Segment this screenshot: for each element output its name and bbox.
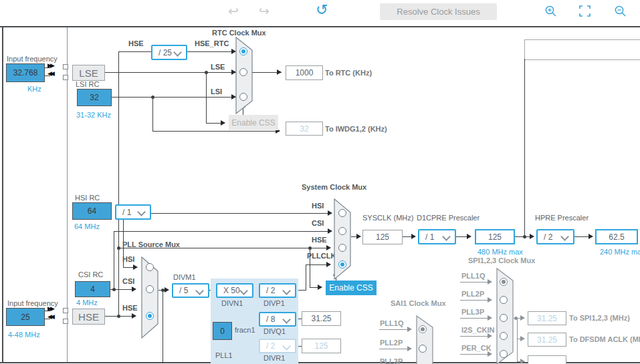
divr1-label: DIVR1 [263,354,285,362]
wire-spi-out-v [517,318,518,362]
divq1-output-value: 31.25 [302,311,341,326]
arrowhead [520,359,525,364]
chevron-down-icon [195,287,204,295]
arrowhead [467,234,471,239]
sysclk-label: SYSCLK (MHz) [362,214,413,222]
spi-mux-radio-pll1q[interactable] [500,278,508,286]
connector-pin [63,319,68,324]
sys-enable-css-button[interactable]: Enable CSS [326,281,377,295]
spi-mux-radio-pll3p[interactable] [500,314,508,322]
arrowhead [132,313,136,319]
divr1-output-value: 125 [302,339,341,353]
arrowhead [326,262,331,267]
fracn1-field[interactable]: 0 [213,322,232,340]
arrowhead [221,120,225,126]
spi-per-ck-label: PER_CK [461,344,492,352]
wire-lsi-iwdg-v [152,97,153,132]
arrowhead [488,315,492,321]
pll-mux-radio-hsi[interactable] [146,263,154,271]
rtc-enable-css-button: Enable CSS [229,115,278,130]
sai-mux-radio-pll2p[interactable] [419,345,427,353]
hse-source-box[interactable]: HSE [72,309,105,325]
pll-mux-radio-csi[interactable] [146,285,154,293]
sai-mux-radio-pll1q[interactable] [419,325,427,333]
rtc-hse-prescaler-dropdown[interactable]: / 25 [151,45,187,60]
arrowhead [356,234,361,239]
d1cpre-label: D1CPRE Prescaler [417,214,479,222]
arrowhead [133,264,138,270]
cpu-domain-band [524,39,640,60]
chevron-down-icon [442,232,451,241]
spi-pll1q-label: PLL1Q [461,272,485,280]
spi-i2s-ckin-label: I2S_CKIN [461,326,495,334]
lsi-frequency-field[interactable]: 32 [77,89,112,106]
rtc-mux-radio-lse[interactable] [239,68,247,76]
divn1-dropdown[interactable]: X 50 [216,283,253,298]
arrowhead [488,351,492,357]
chevron-down-icon [239,287,248,295]
arrowhead [277,69,282,75]
resolve-clock-issues-button[interactable]: Resolve Clock Issues [380,3,497,20]
lse-unit-label: KHz [27,85,41,93]
arrowhead [488,333,492,339]
refresh-icon[interactable]: ↺ [316,3,328,16]
hsi-prescaler-dropdown[interactable]: / 1 [115,204,151,220]
redo-icon[interactable]: ↪ [259,5,270,17]
chevron-down-icon [282,342,291,351]
rtc-output-value: 1000 [286,65,323,80]
csi-frequency-field[interactable]: 4 [75,281,110,297]
hpre-dropdown[interactable]: / 2 [536,229,574,244]
sai-pll2p-label: PLL2P [380,339,403,347]
zoom-in-icon[interactable] [544,5,557,17]
lse-frequency-field[interactable]: 32.768 [6,63,45,82]
divq1-dropdown[interactable]: / 8 [259,312,296,327]
hse-frequency-field[interactable]: 25 [6,308,45,326]
sys-mux-radio-hse[interactable] [338,244,346,252]
wire-lsi [112,97,236,98]
sys-mux-radio-hsi[interactable] [338,209,346,217]
wire-csi-sys [114,231,329,232]
spi-mux-radio-i2s-ckin[interactable] [500,332,508,340]
hse-range-label: 4-48 MHz [8,331,40,339]
spi-output-value: 31.25 [528,311,566,325]
wire-spi-pll1q [460,282,490,283]
spi123-mux-title: SPI1,2,3 Clock Mux [468,256,535,264]
arrow-right-double-icon: ▶▶ [47,306,53,312]
hpre-output-field[interactable]: 62.5 [595,229,638,244]
divn1-value: X 50 [223,286,240,295]
wire-pllsrc-v [163,290,163,363]
spi-mux-radio-pll2p[interactable] [500,296,508,304]
sys-mux-radio-pllclk[interactable] [338,260,346,268]
divp1-dropdown[interactable]: / 2 [259,283,296,298]
junction-dot [523,235,526,238]
arrowhead [520,315,525,321]
fit-to-screen-icon[interactable] [579,5,591,17]
iwdg-output-value: 32 [286,122,323,136]
d1cpre-dropdown[interactable]: / 1 [418,229,456,244]
sys-mux-radio-csi[interactable] [338,227,346,235]
d1cpre-output-field[interactable]: 125 [475,229,515,244]
connector-pin [63,308,68,313]
arrowhead [530,234,534,239]
arrowhead [328,228,332,234]
to-rtc-label: To RTC (KHz) [325,69,372,77]
spi-mux-radio-per-ck[interactable] [500,350,508,358]
arrow-left-double-icon: ◀◀ [47,314,53,320]
rtc-hse-prescaler-value: / 25 [158,48,172,57]
hsi-frequency-field[interactable]: 64 [72,202,112,220]
zoom-out-icon[interactable] [614,5,627,17]
divm1-dropdown[interactable]: / 5 [172,283,209,298]
pll-mux-radio-hse[interactable] [146,312,154,320]
arrowhead [488,279,492,285]
rtc-mux-radio-lsi[interactable] [239,93,247,101]
pll-hsi-wire-label: HSI [122,255,134,263]
dfsdm-output-value: 31.25 [528,333,566,347]
rtc-hse-wire-label: HSE [128,39,144,47]
lse-source-box[interactable]: LSE [72,65,105,81]
junction-dot [205,71,208,74]
sai-pll1q-label: PLL1Q [380,319,403,327]
chevron-down-icon [137,208,146,216]
undo-icon[interactable]: ↩ [228,5,239,17]
cpu-domain-wire [524,59,525,237]
rtc-mux-radio-hse-rtc[interactable] [239,47,247,55]
